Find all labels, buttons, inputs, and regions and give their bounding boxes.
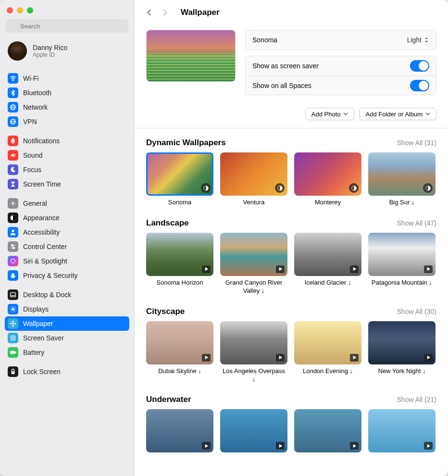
sidebar-item-battery[interactable]: Battery [5,345,129,360]
wallpaper-thumbnail[interactable]: New York Night ↓ [368,321,436,384]
minimize-button[interactable] [17,7,23,13]
sidebar-item-label: Privacy & Security [23,272,78,279]
sidebar-list[interactable]: Wi-FiBluetoothNetworkVPNNotificationsSou… [0,66,134,476]
appearance-popup[interactable]: Light [407,36,429,44]
wifi-icon [8,73,18,84]
siri-icon [8,256,18,266]
thumbnail-image [294,152,361,196]
sidebar-item-general[interactable]: General [5,196,129,211]
svg-point-19 [12,308,14,310]
sidebar-item-privacy-security[interactable]: Privacy & Security [5,268,129,283]
thumbnail-image [368,233,436,276]
sidebar-item-wallpaper[interactable]: Wallpaper [5,316,129,331]
sidebar-item-desktop-dock[interactable]: Desktop & Dock [5,288,129,302]
chevron-down-icon [343,112,348,116]
avatar [8,41,27,61]
dock-icon [8,289,18,300]
thumbnail-row[interactable]: SonomaVenturaMontereyBig Sur ↓ [146,152,436,207]
thumbnail-label: Big Sur ↓ [368,199,436,207]
sidebar-item-screen-time[interactable]: Screen Time [5,177,129,191]
content-scroll[interactable]: Sonoma Light Show as screen saverShow on… [135,25,448,476]
wallpaper-thumbnail[interactable]: Patagonia Mountain ↓ [368,233,436,295]
wallpaper-thumbnail[interactable] [220,409,287,452]
flower-icon [8,318,18,329]
svg-point-30 [12,325,14,327]
thumbnail-label: Monterey [294,199,361,207]
wallpaper-thumbnail[interactable] [146,409,213,452]
wallpaper-thumbnail[interactable]: Grand Canyon River Valley ↓ [220,233,287,295]
add-photo-button[interactable]: Add Photo [305,108,355,120]
wallpaper-name-row[interactable]: Sonoma Light [246,30,436,50]
svg-marker-52 [427,444,430,448]
show-all-link[interactable]: Show All (47) [397,219,436,227]
sidebar-item-bluetooth[interactable]: Bluetooth [5,86,129,100]
section-cityscape: CityscapeShow All (30)Dubai Skyline ↓Los… [146,307,436,384]
thumbnail-row[interactable]: Dubai Skyline ↓Los Angeles Overpass ↓Lon… [146,321,436,384]
sidebar-item-network[interactable]: Network [5,100,129,114]
setting-row: Show on all Spaces [246,75,436,95]
divider [135,128,448,128]
wallpaper-thumbnail[interactable]: London Evening ↓ [294,321,361,384]
setting-label: Show on all Spaces [252,82,311,89]
zoom-button[interactable] [27,7,33,13]
wallpaper-thumbnail[interactable] [368,409,436,452]
sidebar-item-focus[interactable]: Focus [5,163,129,177]
main-pane: Wallpaper Sonoma Light Show a [135,0,448,476]
wallpaper-thumbnail[interactable]: Monterey [294,152,361,207]
wallpaper-thumbnail[interactable]: Sonoma Horizon [146,233,213,295]
thumbnail-label: Sonoma [146,199,213,207]
account-sub: Apple ID [33,51,67,58]
sidebar-item-appearance[interactable]: Appearance [5,211,129,225]
globe-icon [8,116,18,127]
add-folder-button[interactable]: Add Folder or Album [359,108,436,120]
account-name: Danny Rico [33,44,67,51]
show-all-link[interactable]: Show All (31) [397,139,436,147]
search-input[interactable] [6,19,128,33]
settings-window: Danny Rico Apple ID Wi-FiBluetoothNetwor… [0,0,448,476]
forward-button[interactable] [160,7,170,18]
svg-point-31 [10,323,12,325]
sidebar-item-siri-spotlight[interactable]: Siri & Spotlight [5,254,129,268]
wallpaper-thumbnail[interactable]: Sonoma [146,152,213,207]
back-button[interactable] [144,7,155,18]
sidebar-item-screen-saver[interactable]: Screen Saver [5,331,129,345]
toggle-switch[interactable] [410,60,429,72]
svg-marker-48 [427,356,430,359]
sidebar-item-label: Screen Time [23,180,61,188]
show-all-link[interactable]: Show All (30) [397,308,436,315]
chevron-updown-icon [423,37,429,43]
sidebar-item-notifications[interactable]: Notifications [5,134,129,148]
account-row[interactable]: Danny Rico Apple ID [0,38,134,66]
wallpaper-thumbnail[interactable]: Iceland Glacier ↓ [294,233,361,295]
thumbnail-image [146,233,213,276]
sidebar-item-lock-screen[interactable]: Lock Screen [5,364,129,379]
sidebar-item-displays[interactable]: Displays [5,302,129,316]
sidebar-item-vpn[interactable]: VPN [5,114,129,129]
svg-marker-45 [205,356,208,359]
wallpaper-thumbnail[interactable]: Los Angeles Overpass ↓ [220,321,287,384]
sidebar-item-wi-fi[interactable]: Wi-Fi [5,71,129,86]
wallpaper-thumbnail[interactable]: Ventura [220,152,287,207]
dynamic-icon [201,183,211,193]
wallpaper-thumbnail[interactable]: Big Sur ↓ [368,152,436,207]
sidebar-item-control-center[interactable]: Control Center [5,239,129,254]
toggle-switch[interactable] [410,80,429,91]
sidebar-item-sound[interactable]: Sound [5,148,129,163]
thumbnail-label: Sonoma Horizon [146,279,213,287]
wallpaper-thumbnail[interactable] [294,409,361,452]
sidebar-item-label: Network [23,103,48,111]
show-all-link[interactable]: Show All (21) [397,396,436,403]
section-dynamic-wallpapers: Dynamic WallpapersShow All (31)SonomaVen… [146,138,436,207]
sidebar-item-accessibility[interactable]: Accessibility [5,225,129,239]
close-button[interactable] [7,7,13,13]
thumbnail-image [368,321,436,364]
thumbnail-image [220,233,287,276]
svg-line-27 [11,311,12,311]
wallpaper-thumbnail[interactable]: Dubai Skyline ↓ [146,321,213,384]
thumbnail-row[interactable]: Sonoma HorizonGrand Canyon River Valley … [146,233,436,295]
thumbnail-row[interactable] [146,409,436,452]
sidebar-item-label: Screen Saver [23,334,64,342]
sidebar: Danny Rico Apple ID Wi-FiBluetoothNetwor… [0,0,135,476]
play-icon [276,442,285,450]
titlebar: Wallpaper [135,0,448,25]
